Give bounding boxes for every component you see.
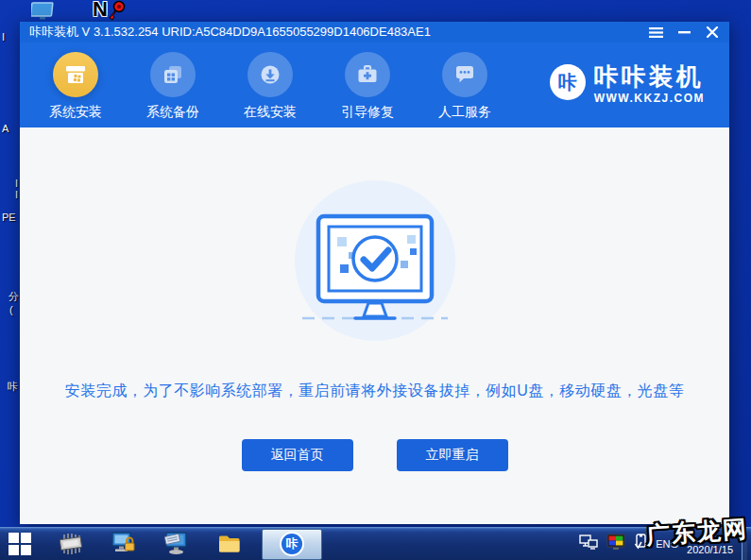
home-button[interactable]: 返回首页 bbox=[242, 439, 353, 471]
completion-message: 安装完成，为了不影响系统部署，重启前请将外接设备拔掉，例如U盘，移动硬盘，光盘等 bbox=[65, 382, 685, 401]
close-icon[interactable] bbox=[705, 25, 720, 40]
network-tray-icon[interactable] bbox=[579, 535, 598, 553]
nav-item-system-backup[interactable]: 系统备份 bbox=[145, 52, 200, 121]
display-color-tray-icon[interactable] bbox=[606, 534, 625, 553]
desktop-label-fragment: A bbox=[2, 123, 9, 134]
nav-item-online-install[interactable]: 在线安装 bbox=[243, 52, 298, 121]
kaka-taskbar-button[interactable]: 咔 bbox=[262, 529, 322, 560]
desktop-label-fragment: I bbox=[15, 189, 18, 200]
nkey-app-icon[interactable]: N bbox=[93, 0, 130, 22]
titlebar[interactable]: 咔咔装机 V 3.1.532.254 URID:A5C84DD9A1655055… bbox=[20, 22, 729, 42]
desktop-label-fragment: 咔 bbox=[8, 380, 18, 394]
window-title: 咔咔装机 V 3.1.532.254 URID:A5C84DD9A1655055… bbox=[29, 24, 431, 41]
desktop-label-fragment: I bbox=[15, 178, 18, 189]
installer-window: 咔咔装机 V 3.1.532.254 URID:A5C84DD9A1655055… bbox=[20, 22, 729, 524]
restart-button[interactable]: 立即重启 bbox=[397, 439, 508, 471]
usb-tray-icon[interactable] bbox=[634, 534, 647, 553]
brand-logo: 咔 咔咔装机 WWW.KKZJ.COM bbox=[550, 52, 705, 105]
nav-label: 系统备份 bbox=[146, 104, 199, 121]
download-icon bbox=[258, 62, 282, 87]
nav-label: 在线安装 bbox=[244, 104, 297, 121]
nav-bar: 系统安装 系统备份 bbox=[20, 42, 729, 127]
folder-app-icon[interactable] bbox=[215, 530, 244, 558]
chat-service-icon bbox=[452, 62, 477, 87]
monitor-check-icon bbox=[295, 180, 455, 341]
nav-item-human-service[interactable]: 人工服务 bbox=[437, 52, 492, 121]
desktop-label-fragment: PE bbox=[2, 212, 16, 223]
repair-kit-icon bbox=[355, 62, 380, 87]
nav-item-boot-repair[interactable]: 引导修复 bbox=[340, 52, 395, 121]
nav-item-system-install[interactable]: 系统安装 bbox=[48, 52, 103, 121]
success-illustration bbox=[295, 180, 455, 341]
nav-label: 系统安装 bbox=[49, 104, 102, 121]
nav-label: 人工服务 bbox=[438, 104, 491, 121]
desktop-label-fragment: ( bbox=[9, 304, 13, 315]
taskbar: 咔 bbox=[0, 527, 751, 560]
menu-icon[interactable] bbox=[648, 25, 663, 40]
language-indicator[interactable]: ENG bbox=[656, 538, 678, 550]
screen: N I A I I PE 分 ( 咔 咔咔装机 V 3.1.532.254 UR… bbox=[0, 0, 751, 560]
minimize-icon[interactable] bbox=[676, 25, 691, 40]
clock[interactable]: 2020/1/15 bbox=[687, 527, 733, 560]
main-content: 安装完成，为了不影响系统部署，重启前请将外接设备拔掉，例如U盘，移动硬盘，光盘等… bbox=[20, 127, 729, 524]
brand-title: 咔咔装机 bbox=[594, 64, 705, 89]
brand-badge-icon: 咔 bbox=[550, 64, 586, 100]
chip-app-icon[interactable] bbox=[57, 530, 85, 558]
start-button[interactable] bbox=[0, 527, 40, 560]
desktop-label-fragment: I bbox=[2, 31, 5, 42]
display-lock-app-icon[interactable] bbox=[110, 530, 138, 558]
backup-icon bbox=[161, 62, 185, 87]
kaka-app-icon: 咔 bbox=[280, 532, 304, 556]
brand-url: WWW.KKZJ.COM bbox=[594, 92, 705, 105]
display-keyboard-app-icon[interactable] bbox=[162, 530, 191, 558]
desktop-label-fragment: 分 bbox=[9, 290, 19, 304]
system-tray: ENG 2020/1/15 bbox=[579, 527, 751, 560]
windows-logo-icon bbox=[9, 533, 31, 555]
tray-date: 2020/1/15 bbox=[687, 544, 733, 556]
show-desktop-button[interactable] bbox=[742, 527, 747, 560]
install-box-icon bbox=[63, 62, 88, 87]
nav-label: 引导修复 bbox=[341, 104, 394, 121]
